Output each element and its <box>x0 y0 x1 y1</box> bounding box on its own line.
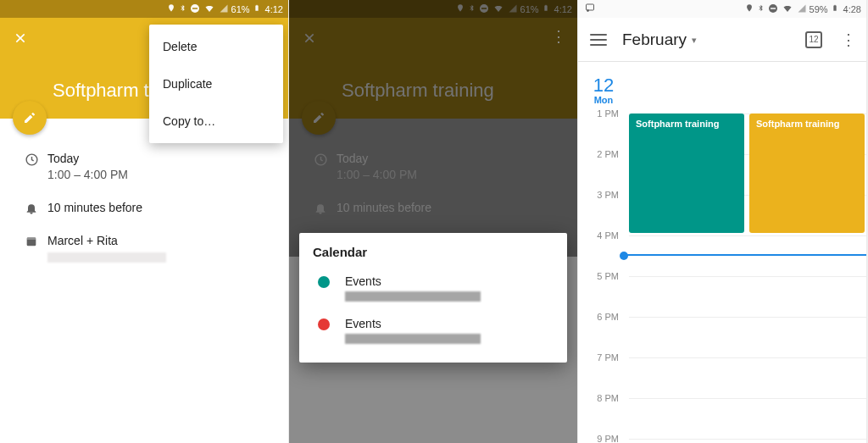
menu-button[interactable] <box>587 28 610 52</box>
hour-grid[interactable]: 1 PM2 PM3 PM4 PM5 PM6 PM7 PM8 PM9 PM Sof… <box>629 102 866 443</box>
location-icon <box>167 3 175 15</box>
edit-fab[interactable] <box>13 101 47 135</box>
grid-line <box>629 235 866 236</box>
wifi-icon <box>782 3 793 15</box>
cell-icon <box>219 3 229 15</box>
menu-copy-to[interactable]: Copy to… <box>149 102 283 140</box>
calendar-option[interactable]: Events <box>313 268 554 310</box>
bluetooth-icon <box>757 3 765 15</box>
dialog-title: Calendar <box>313 245 554 259</box>
grid-line <box>629 276 866 277</box>
overflow-button[interactable]: ⋮ <box>836 30 861 49</box>
day-number: 12 <box>587 75 620 97</box>
bell-icon <box>15 200 47 215</box>
svg-rect-6 <box>27 237 36 240</box>
row-time: Today 1:00 – 4:00 PM <box>0 142 288 191</box>
clock-icon <box>15 151 47 167</box>
calendar-option[interactable]: Events <box>313 310 554 352</box>
dnd-icon <box>768 3 778 15</box>
svg-rect-17 <box>833 6 836 11</box>
hour-label: 3 PM <box>587 190 619 200</box>
svg-rect-1 <box>192 8 198 9</box>
clock-text: 4:12 <box>265 4 283 14</box>
calendar-icon <box>15 233 47 248</box>
cell-icon <box>797 3 807 15</box>
overflow-menu: Delete Duplicate Copy to… <box>149 25 283 143</box>
dnd-icon <box>190 3 200 15</box>
grid-line <box>629 398 866 399</box>
screen-day-view: 59% 4:28 February ▾ 12 ⋮ 12 Mon 1 PM2 PM… <box>578 0 867 443</box>
month-picker[interactable]: February ▾ <box>622 30 697 49</box>
calendar-option-label: Events <box>345 317 481 330</box>
redacted-account <box>345 291 481 302</box>
calendar-name: Marcel + Rita <box>47 233 275 249</box>
color-dot-icon <box>318 276 330 288</box>
svg-rect-18 <box>834 5 835 6</box>
modal-scrim[interactable] <box>289 0 577 443</box>
calendar-picker-dialog: Calendar EventsEvents <box>299 233 567 363</box>
svg-rect-13 <box>587 4 594 10</box>
calendar-option-label: Events <box>345 274 481 288</box>
day-label[interactable]: 12 Mon <box>587 75 620 105</box>
svg-rect-16 <box>771 8 776 9</box>
battery-icon <box>253 3 260 15</box>
now-dot-icon <box>620 252 628 260</box>
row-calendar: Marcel + Rita <box>0 224 288 271</box>
spotify-icon <box>7 3 18 14</box>
today-button[interactable]: 12 <box>805 31 822 48</box>
hour-label: 2 PM <box>587 149 619 159</box>
battery-icon <box>832 3 838 15</box>
menu-delete[interactable]: Delete <box>149 28 283 65</box>
screen-copy-to-dialog: 61% 4:12 ⋮ Softpharm training Today 1:00… <box>289 0 578 443</box>
status-bar: 61% 4:12 <box>0 0 288 18</box>
svg-rect-2 <box>255 6 258 11</box>
calendar-event[interactable]: Softpharm training <box>629 114 744 233</box>
battery-text: 59% <box>810 4 828 14</box>
status-bar: 59% 4:28 <box>578 0 866 18</box>
calendar-event[interactable]: Softpharm training <box>749 114 865 233</box>
now-indicator <box>626 254 866 256</box>
date-label: Today <box>47 151 275 167</box>
row-reminder: 10 minutes before <box>0 191 288 224</box>
hour-label: 5 PM <box>587 271 619 281</box>
grid-line <box>629 439 866 440</box>
menu-duplicate[interactable]: Duplicate <box>149 65 283 102</box>
clock-text: 4:28 <box>843 4 861 14</box>
grid-line <box>629 317 866 318</box>
month-label: February <box>622 30 687 49</box>
screen-event-with-menu: 61% 4:12 Softpharm tra Today 1:00 – 4:00… <box>0 0 289 443</box>
wifi-icon <box>203 3 215 15</box>
time-range: 1:00 – 4:00 PM <box>47 167 275 183</box>
cast-icon <box>585 3 595 15</box>
svg-point-14 <box>587 10 589 12</box>
redacted-account <box>47 252 166 263</box>
svg-rect-3 <box>256 5 257 6</box>
hour-label: 6 PM <box>587 312 619 322</box>
hour-label: 4 PM <box>587 230 619 241</box>
hour-label: 8 PM <box>587 393 619 403</box>
reminder-text: 10 minutes before <box>47 200 275 216</box>
hour-label: 9 PM <box>587 434 619 443</box>
bluetooth-icon <box>179 3 186 15</box>
grid-line <box>629 357 866 358</box>
hour-label: 1 PM <box>587 108 619 119</box>
redacted-account <box>345 334 481 344</box>
close-button[interactable] <box>7 25 34 52</box>
app-bar: February ▾ 12 ⋮ <box>578 18 866 62</box>
color-dot-icon <box>318 318 330 330</box>
battery-text: 61% <box>231 4 250 14</box>
location-icon <box>745 3 754 15</box>
hour-label: 7 PM <box>587 352 619 363</box>
caret-down-icon: ▾ <box>692 35 697 46</box>
